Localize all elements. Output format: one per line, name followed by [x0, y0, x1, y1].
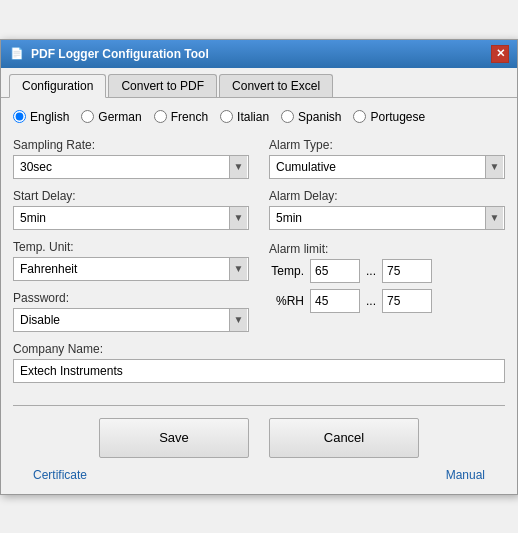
language-portugese-label[interactable]: Portugese [370, 110, 425, 124]
sampling-rate-label: Sampling Rate: [13, 138, 249, 152]
alarm-rh-low-input[interactable] [310, 289, 360, 313]
language-english-label[interactable]: English [30, 110, 69, 124]
language-spanish-label[interactable]: Spanish [298, 110, 341, 124]
manual-link[interactable]: Manual [446, 468, 485, 482]
tab-convert-excel[interactable]: Convert to Excel [219, 74, 333, 97]
sampling-rate-section: Sampling Rate: 30sec 1min 5min 10min 15m… [13, 138, 249, 179]
cancel-button[interactable]: Cancel [269, 418, 419, 458]
alarm-limit-section: Alarm limit: Temp. ... %RH ... [269, 240, 505, 319]
main-window: 📄 PDF Logger Configuration Tool ✕ Config… [0, 39, 518, 495]
start-delay-wrapper: None 1min 5min 10min 30min 1hr ▼ [13, 206, 249, 230]
temp-unit-select[interactable]: Fahrenheit Celsius [13, 257, 249, 281]
title-bar-left: 📄 PDF Logger Configuration Tool [9, 46, 209, 62]
close-button[interactable]: ✕ [491, 45, 509, 63]
right-column: Alarm Type: Cumulative Instant ▼ Alarm D… [269, 138, 505, 342]
company-section: Company Name: [13, 342, 505, 383]
alarm-delay-wrapper: None 1min 5min 10min 30min ▼ [269, 206, 505, 230]
left-column: Sampling Rate: 30sec 1min 5min 10min 15m… [13, 138, 249, 342]
sampling-rate-select[interactable]: 30sec 1min 5min 10min 15min 30min 1hr [13, 155, 249, 179]
language-german-label[interactable]: German [98, 110, 141, 124]
app-icon: 📄 [9, 46, 25, 62]
alarm-type-label: Alarm Type: [269, 138, 505, 152]
radio-german[interactable]: German [81, 110, 141, 124]
alarm-temp-row: Temp. ... [269, 259, 505, 283]
tab-configuration[interactable]: Configuration [9, 74, 106, 98]
company-input[interactable] [13, 359, 505, 383]
alarm-temp-high-input[interactable] [382, 259, 432, 283]
button-row: Save Cancel [13, 418, 505, 458]
language-french-label[interactable]: French [171, 110, 208, 124]
link-row: Certificate Manual [13, 468, 505, 482]
alarm-rh-dots: ... [366, 294, 376, 308]
sampling-rate-wrapper: 30sec 1min 5min 10min 15min 30min 1hr ▼ [13, 155, 249, 179]
radio-english[interactable]: English [13, 110, 69, 124]
language-row: English German French Italian Spanish Po… [13, 110, 505, 124]
alarm-temp-low-input[interactable] [310, 259, 360, 283]
company-label: Company Name: [13, 342, 505, 356]
password-wrapper: Disable Enable ▼ [13, 308, 249, 332]
password-label: Password: [13, 291, 249, 305]
alarm-type-wrapper: Cumulative Instant ▼ [269, 155, 505, 179]
divider [13, 405, 505, 406]
alarm-delay-label: Alarm Delay: [269, 189, 505, 203]
start-delay-label: Start Delay: [13, 189, 249, 203]
certificate-link[interactable]: Certificate [33, 468, 87, 482]
alarm-temp-dots: ... [366, 264, 376, 278]
alarm-rh-label: %RH [269, 294, 304, 308]
alarm-type-select[interactable]: Cumulative Instant [269, 155, 505, 179]
radio-spanish[interactable]: Spanish [281, 110, 341, 124]
tab-convert-pdf[interactable]: Convert to PDF [108, 74, 217, 97]
alarm-delay-section: Alarm Delay: None 1min 5min 10min 30min … [269, 189, 505, 230]
title-bar: 📄 PDF Logger Configuration Tool ✕ [1, 40, 517, 68]
temp-unit-section: Temp. Unit: Fahrenheit Celsius ▼ [13, 240, 249, 281]
radio-french[interactable]: French [154, 110, 208, 124]
password-section: Password: Disable Enable ▼ [13, 291, 249, 332]
alarm-limit-label: Alarm limit: [269, 242, 505, 256]
temp-unit-wrapper: Fahrenheit Celsius ▼ [13, 257, 249, 281]
window-title: PDF Logger Configuration Tool [31, 47, 209, 61]
content-area: English German French Italian Spanish Po… [1, 98, 517, 494]
alarm-temp-label: Temp. [269, 264, 304, 278]
alarm-delay-select[interactable]: None 1min 5min 10min 30min [269, 206, 505, 230]
language-italian-label[interactable]: Italian [237, 110, 269, 124]
start-delay-section: Start Delay: None 1min 5min 10min 30min … [13, 189, 249, 230]
alarm-rh-row: %RH ... [269, 289, 505, 313]
radio-italian[interactable]: Italian [220, 110, 269, 124]
alarm-type-section: Alarm Type: Cumulative Instant ▼ [269, 138, 505, 179]
temp-unit-label: Temp. Unit: [13, 240, 249, 254]
save-button[interactable]: Save [99, 418, 249, 458]
start-delay-select[interactable]: None 1min 5min 10min 30min 1hr [13, 206, 249, 230]
tab-bar: Configuration Convert to PDF Convert to … [1, 68, 517, 98]
radio-portugese[interactable]: Portugese [353, 110, 425, 124]
password-select[interactable]: Disable Enable [13, 308, 249, 332]
alarm-rh-high-input[interactable] [382, 289, 432, 313]
form-grid: Sampling Rate: 30sec 1min 5min 10min 15m… [13, 138, 505, 393]
